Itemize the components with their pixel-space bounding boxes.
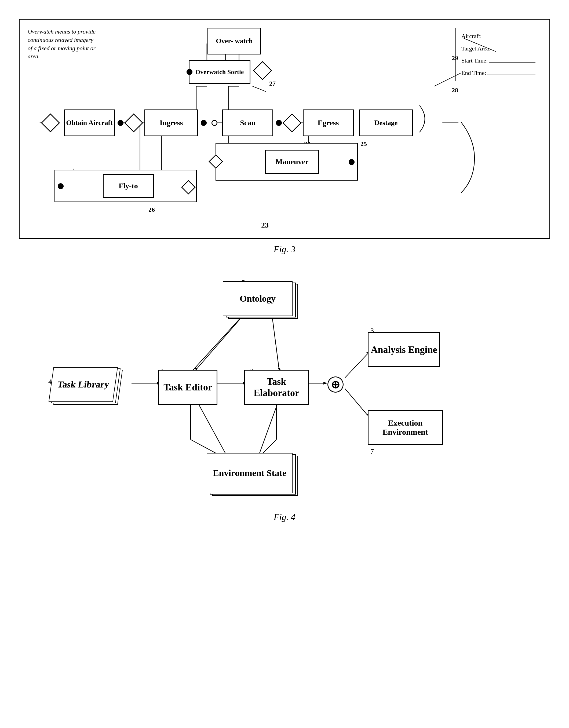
label-26: 26 xyxy=(148,206,155,213)
circle-after-ingress xyxy=(201,120,207,126)
fig3-caption: Fig. 3 xyxy=(16,244,553,254)
label-25: 25 xyxy=(360,140,367,148)
circle-after-obtain xyxy=(118,120,123,126)
label-29: 29 xyxy=(452,54,458,62)
overwatch-node: Over- watch xyxy=(207,28,261,54)
start-time-label: Start Time: xyxy=(461,55,488,66)
fly-to-node: Fly-to xyxy=(103,174,154,198)
circle-open-after-ingress xyxy=(211,120,217,126)
oplus-symbol: ⊕ xyxy=(327,376,344,393)
maneuver-node: Maneuver xyxy=(265,150,319,174)
svg-line-37 xyxy=(252,86,266,92)
analysis-engine-node: Analysis Engine xyxy=(368,332,440,367)
annotation-text: Overwatch means to provide continuous re… xyxy=(28,28,97,61)
egress-node: Egress xyxy=(303,109,354,136)
diamond-after-scan xyxy=(283,114,302,133)
info-box: Aircraft: Target Area: Start Time: End T… xyxy=(455,28,541,81)
fig4-diagram: 5 Ontology 1 Task Editor 2 Task Elaborat… xyxy=(19,265,550,507)
obtain-aircraft-node: Obtain Aircraft xyxy=(64,109,115,136)
task-editor-node: Task Editor xyxy=(158,370,217,405)
diamond-overwatch-sortie-end xyxy=(253,61,272,80)
svg-line-59 xyxy=(196,399,228,458)
svg-line-46 xyxy=(345,389,368,415)
overwatch-sortie-node: Overwatch Sortie xyxy=(189,60,250,84)
diamond-after-fly-to xyxy=(181,180,196,195)
circle-after-scan xyxy=(276,120,282,126)
execution-env-node: Execution Environment xyxy=(368,410,443,445)
destage-node: Destage xyxy=(359,109,413,136)
label-27: 27 xyxy=(269,80,276,87)
label-7: 7 xyxy=(370,448,374,456)
task-elaborator-node: Task Elaborator xyxy=(244,370,309,405)
circle-overwatch xyxy=(187,69,192,75)
aircraft-label: Aircraft: xyxy=(461,31,482,42)
diamond-before-ingress xyxy=(124,114,143,133)
destage-brace xyxy=(417,103,444,135)
fly-to-subflow-box: Fly-to xyxy=(54,170,197,202)
circle-fly-to-start xyxy=(58,183,64,189)
circle-after-maneuver xyxy=(349,159,355,165)
fig4-caption: Fig. 4 xyxy=(16,512,553,522)
diamond-before-maneuver xyxy=(209,154,223,169)
svg-line-61 xyxy=(258,399,279,458)
target-area-label: Target Area: xyxy=(461,43,491,54)
label-28: 28 xyxy=(452,87,458,94)
fig3-diagram: Overwatch means to provide continuous re… xyxy=(19,19,550,239)
ingress-node: Ingress xyxy=(144,109,198,136)
end-time-label: End Time: xyxy=(461,68,486,78)
svg-marker-43 xyxy=(323,382,327,385)
svg-line-44 xyxy=(345,354,368,378)
scan-node: Scan xyxy=(222,109,273,136)
maneuver-subflow-box: Maneuver xyxy=(216,143,358,181)
label-23: 23 xyxy=(261,221,269,229)
diamond-start xyxy=(41,114,60,133)
